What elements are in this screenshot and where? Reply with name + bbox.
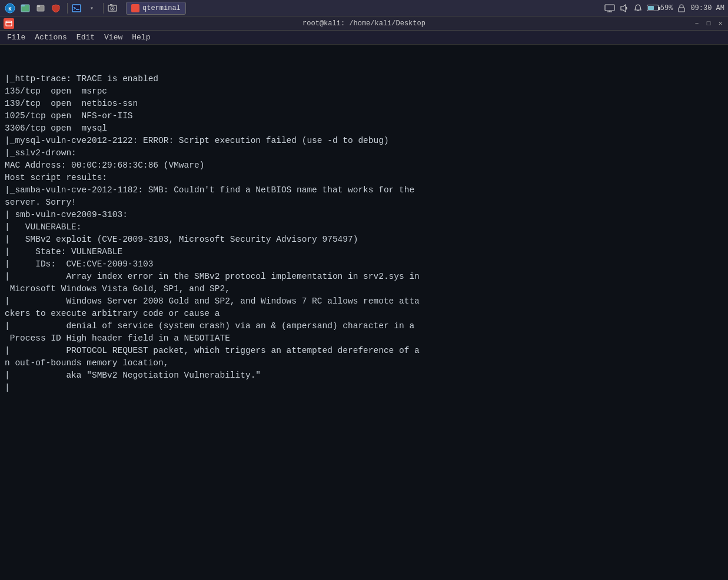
battery-percent: 59% [660, 4, 673, 12]
terminal-line: | smb-vuln-cve2009-3103: [5, 209, 723, 221]
svg-rect-5 [37, 5, 40, 7]
taskbar-divider [67, 3, 68, 14]
terminal-line: | [5, 382, 723, 394]
terminal-line: n out-of-bounds memory location, [5, 357, 723, 369]
menu-actions[interactable]: Actions [30, 32, 72, 43]
terminal-line: | PROTOCOL REQUEST packet, which trigger… [5, 345, 723, 357]
terminal-window: root@kali: /home/kali/Desktop − □ ✕ File… [0, 16, 728, 580]
taskbar-clock: 59% 09:30 AM [604, 4, 724, 12]
svg-text:K: K [8, 6, 12, 12]
svg-marker-15 [621, 5, 626, 12]
kali-logo-icon[interactable]: K [4, 2, 16, 15]
svg-point-11 [112, 7, 113, 8]
maximize-button[interactable]: □ [703, 18, 714, 29]
terminal-line: | VULNERABLE: [5, 221, 723, 234]
menu-view[interactable]: View [99, 32, 127, 43]
terminal-line: 139/tcp open netbios-ssn [5, 98, 723, 110]
dropdown-arrow-icon[interactable]: ▾ [85, 2, 98, 15]
speaker-icon [620, 4, 629, 12]
active-window-label: qterminal [142, 4, 181, 12]
window-controls: − □ ✕ [692, 18, 728, 29]
terminal-line: Host script results: [5, 172, 723, 184]
minimize-button[interactable]: − [692, 18, 702, 29]
window-menu-icon[interactable] [4, 18, 14, 29]
terminal-icon[interactable] [70, 2, 83, 15]
terminal-line: Microsoft Windows Vista Gold, SP1, and S… [5, 283, 723, 295]
terminal-line: server. Sorry! [5, 196, 723, 209]
active-window-button[interactable]: qterminal [126, 2, 186, 15]
battery-icon [647, 5, 659, 11]
taskbar: K ▾ [0, 0, 728, 16]
svg-rect-3 [21, 5, 25, 6]
title-bar: root@kali: /home/kali/Desktop − □ ✕ [0, 16, 728, 31]
svg-rect-12 [605, 5, 614, 11]
terminal-line: | Windows Server 2008 Gold and SP2, and … [5, 295, 723, 308]
qterminal-window-icon [131, 4, 139, 12]
terminal-line: ckers to execute arbitrary code or cause… [5, 308, 723, 320]
terminal-line: MAC Address: 00:0C:29:68:3C:86 (VMware) [5, 159, 723, 172]
svg-rect-9 [110, 4, 112, 5]
menu-bar: File Actions Edit View Help [0, 31, 728, 45]
terminal-output[interactable]: |_http-trace: TRACE is enabled135/tcp op… [0, 45, 728, 580]
svg-rect-17 [679, 8, 684, 12]
window-title: root@kali: /home/kali/Desktop [302, 19, 426, 28]
bell-icon [634, 4, 642, 12]
terminal-line: |_sslv2-drown: [5, 147, 723, 159]
terminal-line: |_mysql-vuln-cve2012-2122: ERROR: Script… [5, 135, 723, 147]
filemanager-icon[interactable] [34, 2, 47, 15]
battery-display: 59% [647, 4, 673, 12]
terminal-line: | SMBv2 exploit (CVE-2009-3103, Microsof… [5, 234, 723, 246]
menu-help[interactable]: Help [127, 32, 155, 43]
terminal-line: 3306/tcp open mysql [5, 122, 723, 135]
terminal-line: |_samba-vuln-cve-2012-1182: SMB: Couldn'… [5, 184, 723, 196]
shield-icon[interactable] [49, 2, 62, 15]
monitor-icon [604, 4, 615, 12]
menu-file[interactable]: File [2, 32, 30, 43]
terminal-line: 1025/tcp open NFS-or-IIS [5, 110, 723, 122]
terminal-line: | IDs: CVE:CVE-2009-3103 [5, 258, 723, 271]
terminal-line: | denial of service (system crash) via a… [5, 320, 723, 332]
menu-edit[interactable]: Edit [72, 32, 99, 43]
screenshot-icon[interactable] [106, 2, 119, 15]
terminal-line: | Array index error in the SMBv2 protoco… [5, 271, 723, 283]
taskbar-divider2 [103, 3, 104, 14]
clock-time: 09:30 AM [690, 4, 724, 12]
terminal-line: Process ID High header field in a NEGOTI… [5, 332, 723, 345]
svg-rect-18 [6, 21, 12, 26]
close-button[interactable]: ✕ [715, 18, 726, 29]
svg-rect-6 [72, 5, 81, 12]
terminal-line: |_http-trace: TRACE is enabled [5, 73, 723, 85]
terminal-line: 135/tcp open msrpc [5, 85, 723, 98]
lock-icon [677, 4, 686, 12]
terminal-line: | State: VULNERABLE [5, 246, 723, 258]
taskbar-left-icons: K ▾ [4, 2, 121, 15]
terminal-line: | aka "SMBv2 Negotiation Vulnerability." [5, 369, 723, 382]
files-icon[interactable] [19, 2, 32, 15]
